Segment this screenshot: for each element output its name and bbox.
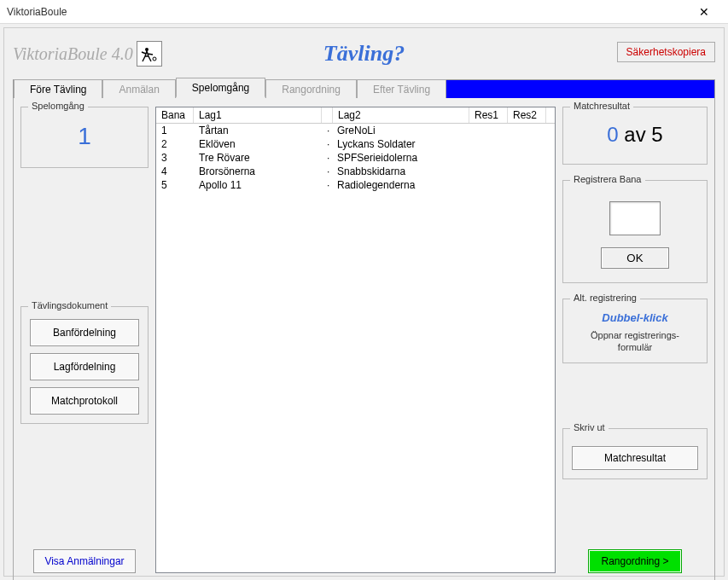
print-groupbox: Skriv ut Matchresultat [562,428,708,479]
docs-label: Tävlingsdokument [28,300,111,310]
table-row[interactable]: 4Brorsönerna·Snabbskidarna [156,165,555,178]
col-lag2[interactable]: Lag2 [333,107,469,123]
window-title: ViktoriaBoule [7,6,67,18]
left-column: Spelomgång 1 Tävlingsdokument Banfördeln… [20,107,149,573]
round-groupbox: Spelomgång 1 [20,107,149,168]
ban-button[interactable]: Banfördelning [30,319,139,346]
ok-button[interactable]: OK [601,247,669,269]
table-row[interactable]: 1Tårtan·GreNoLi [156,124,555,137]
show-registrations-button[interactable]: Visa Anmälningar [33,549,136,573]
alt-subtext: Öppnar registrerings-formulär [572,329,698,354]
lag-button[interactable]: Lagfördelning [30,353,139,380]
alt-groupbox: Alt. registrering Dubbel-klick Öppnar re… [562,299,708,363]
right-column: Matchresultat 0 av 5 Registrera Bana OK … [562,107,708,573]
register-label: Registrera Bana [570,174,645,184]
matchresult-groupbox: Matchresultat 0 av 5 [562,107,708,165]
register-input[interactable] [609,201,661,235]
header-row: ViktoriaBoule 4.0 Tävling? Säkerhetskopi… [13,33,715,74]
tab-rangordning: Rangordning [265,79,357,98]
page-title: Tävling? [323,41,405,67]
app-title: ViktoriaBoule 4.0 [13,41,162,67]
alt-text: Dubbel-klick [572,311,698,324]
tab-spelomgång[interactable]: Spelomgång [176,78,265,98]
close-icon[interactable]: ✕ [687,2,721,22]
table-row[interactable]: 3Tre Rövare·SPFSerieidolerna [156,151,555,165]
tab-före-tävling[interactable]: Före Tävling [14,79,102,98]
main-panel: ViktoriaBoule 4.0 Tävling? Säkerhetskopi… [3,27,725,577]
tab-efter-tävling: Efter Tävling [357,79,446,98]
docs-groupbox: Tävlingsdokument Banfördelning Lagfördel… [20,306,149,424]
register-groupbox: Registrera Bana OK [562,180,708,283]
match-result-text: 0 av 5 [572,119,698,155]
window-body: ViktoriaBoule 4.0 Tävling? Säkerhetskopi… [0,24,728,580]
titlebar: ViktoriaBoule ✕ [0,0,728,24]
tabbar: Före TävlingAnmälanSpelomgångRangordning… [13,79,715,98]
col-lag1[interactable]: Lag1 [194,107,322,123]
match-button[interactable]: Matchprotokoll [30,387,139,415]
print-label: Skriv ut [570,422,609,432]
round-label: Spelomgång [28,101,88,111]
col-res2[interactable]: Res2 [508,107,546,123]
print-matchresult-button[interactable]: Matchresultat [572,446,698,470]
table-row[interactable]: 2Eklöven·Lyckans Soldater [156,137,555,151]
list-header: Bana Lag1 Lag2 Res1 Res2 [156,107,555,124]
matchresult-label: Matchresultat [570,101,633,111]
col-res1[interactable]: Res1 [469,107,508,123]
round-number: 1 [30,119,139,159]
alt-label: Alt. registrering [570,293,640,303]
app-logo-icon [137,41,162,67]
content-area: Spelomgång 1 Tävlingsdokument Banfördeln… [13,98,715,580]
tab-anmälan: Anmälan [102,79,175,98]
svg-point-1 [153,57,156,61]
center-column: Bana Lag1 Lag2 Res1 Res2 1Tårtan·GreNoLi… [155,107,556,573]
col-sep [322,107,333,123]
backup-button[interactable]: Säkerhetskopiera [617,42,715,62]
rangordning-button[interactable]: Rangordning > [588,549,682,573]
table-row[interactable]: 5Apollo 11·Radiolegenderna [156,178,555,192]
match-list[interactable]: Bana Lag1 Lag2 Res1 Res2 1Tårtan·GreNoLi… [155,107,556,573]
col-bana[interactable]: Bana [156,107,194,123]
